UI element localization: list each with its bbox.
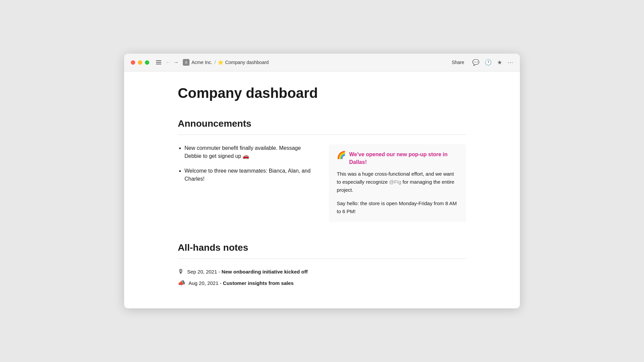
page-title: Company dashboard bbox=[178, 85, 466, 102]
card-rainbow-icon: 🌈 bbox=[337, 152, 346, 159]
page-breadcrumb-label: Company dashboard bbox=[225, 60, 269, 65]
announcement-card: 🌈 We've opened our new pop-up store in D… bbox=[329, 144, 466, 222]
note-item-1: 🎙 Sep 20, 2021 - New onboarding initiati… bbox=[178, 268, 466, 275]
page-content: Company dashboard Announcements New comm… bbox=[124, 71, 520, 308]
note-item-2: 📣 Aug 20, 2021 - Customer insights from … bbox=[178, 279, 466, 287]
all-hands-divider bbox=[178, 258, 466, 259]
bullet-item-1: New commuter benefit finally available. … bbox=[184, 144, 315, 160]
minimize-button[interactable] bbox=[138, 60, 142, 65]
more-options-icon[interactable]: ⋯ bbox=[507, 59, 513, 66]
traffic-lights bbox=[131, 60, 149, 65]
announcements-bullet-list: New commuter benefit finally available. … bbox=[178, 144, 315, 222]
history-icon[interactable]: 🕐 bbox=[485, 59, 492, 66]
card-mention: @Fig bbox=[389, 179, 401, 185]
workspace-icon: A bbox=[183, 59, 190, 66]
title-bar-actions: Share 💬 🕐 ★ ⋯ bbox=[449, 58, 513, 66]
announcements-divider bbox=[178, 134, 466, 135]
nav-arrows: ← → bbox=[165, 59, 179, 65]
breadcrumb-separator: / bbox=[214, 60, 216, 65]
star-icon: ⭐ bbox=[218, 60, 223, 65]
all-hands-heading: All-hands notes bbox=[178, 242, 466, 253]
card-header: 🌈 We've opened our new pop-up store in D… bbox=[337, 151, 458, 166]
announcements-heading: Announcements bbox=[178, 118, 466, 129]
breadcrumb: A Acme Inc. / ⭐ Company dashboard bbox=[183, 59, 269, 66]
bullet-text-1: New commuter benefit finally available. … bbox=[184, 145, 301, 159]
forward-arrow-icon[interactable]: → bbox=[173, 59, 179, 65]
browser-window: ← → A Acme Inc. / ⭐ Company dashboard Sh… bbox=[124, 54, 520, 308]
bullet-item-2: Welcome to three new teammates: Bianca, … bbox=[184, 167, 315, 183]
announcements-section: Announcements New commuter benefit final… bbox=[178, 118, 466, 222]
card-body-text-2: Say hello: the store is open Monday-Frid… bbox=[337, 199, 458, 216]
menu-icon[interactable] bbox=[156, 60, 161, 64]
breadcrumb-page[interactable]: ⭐ Company dashboard bbox=[218, 60, 269, 65]
bullet-text-2: Welcome to three new teammates: Bianca, … bbox=[184, 168, 311, 182]
title-bar: ← → A Acme Inc. / ⭐ Company dashboard Sh… bbox=[124, 54, 520, 71]
breadcrumb-workspace[interactable]: A Acme Inc. bbox=[183, 59, 212, 66]
close-button[interactable] bbox=[131, 60, 135, 65]
notes-list: 🎙 Sep 20, 2021 - New onboarding initiati… bbox=[178, 268, 466, 287]
maximize-button[interactable] bbox=[145, 60, 149, 65]
all-hands-section: All-hands notes 🎙 Sep 20, 2021 - New onb… bbox=[178, 242, 466, 287]
megaphone-icon: 📣 bbox=[178, 279, 185, 287]
microphone-icon: 🎙 bbox=[178, 268, 184, 275]
comment-icon[interactable]: 💬 bbox=[472, 59, 479, 66]
workspace-label: Acme Inc. bbox=[192, 60, 212, 65]
announcements-grid: New commuter benefit finally available. … bbox=[178, 144, 466, 222]
share-button[interactable]: Share bbox=[449, 58, 467, 66]
card-body: This was a huge cross-functional effort,… bbox=[337, 170, 458, 216]
back-arrow-icon[interactable]: ← bbox=[165, 59, 171, 65]
bookmark-icon[interactable]: ★ bbox=[497, 59, 502, 66]
note-text-1: Sep 20, 2021 - New onboarding initiative… bbox=[187, 269, 308, 275]
card-title: We've opened our new pop-up store in Dal… bbox=[349, 151, 458, 166]
note-text-2: Aug 20, 2021 - Customer insights from sa… bbox=[189, 280, 293, 286]
